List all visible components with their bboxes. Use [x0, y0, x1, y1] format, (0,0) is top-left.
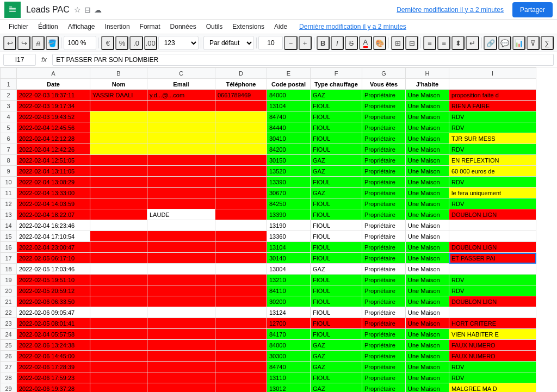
table-cell[interactable]: 2022-02-06 13:24:38 [17, 340, 90, 351]
table-cell[interactable]: 13104 [267, 242, 311, 253]
wrap-button[interactable]: ↵ [466, 36, 479, 50]
table-cell[interactable]: MALGREE MA D [449, 383, 536, 393]
table-cell[interactable] [90, 188, 147, 198]
valign-button[interactable]: ⬍ [451, 36, 465, 50]
font-size-input[interactable] [258, 36, 283, 50]
table-cell[interactable]: 13012 [267, 383, 311, 393]
format-select[interactable]: 123 [158, 36, 199, 50]
table-cell[interactable]: FIOUL [311, 275, 362, 285]
table-cell[interactable]: RDV [449, 285, 536, 296]
table-cell[interactable]: Une Maison [406, 166, 449, 177]
table-cell[interactable]: Propriétaire [362, 188, 406, 198]
table-cell[interactable]: 2022-02-04 17:10:54 [17, 231, 90, 242]
paint-format-button[interactable]: 🪣 [46, 36, 59, 50]
zoom-select[interactable] [64, 36, 96, 50]
menu-insertion[interactable]: Insertion [101, 22, 134, 32]
table-cell[interactable] [147, 101, 215, 111]
table-cell[interactable] [147, 133, 215, 144]
table-cell[interactable]: Une Maison [406, 133, 449, 144]
table-cell[interactable]: Propriétaire [362, 90, 406, 101]
table-cell[interactable] [90, 122, 147, 133]
table-cell[interactable]: 2022-02-04 13:33:00 [17, 188, 90, 198]
table-cell[interactable]: FIOUL [311, 111, 362, 122]
table-cell[interactable]: RDV [449, 144, 536, 155]
align-center[interactable]: ≡ [437, 36, 450, 50]
table-cell[interactable] [147, 383, 215, 393]
table-cell[interactable]: GAZ [311, 155, 362, 166]
col-header-G[interactable]: G [362, 68, 406, 79]
table-cell[interactable] [147, 362, 215, 372]
table-cell[interactable]: 2022-02-06 17:28:39 [17, 362, 90, 372]
table-cell[interactable]: Une Maison [406, 340, 449, 351]
table-cell[interactable] [449, 220, 536, 231]
table-cell[interactable]: Une Maison [406, 264, 449, 275]
table-cell[interactable]: GAZ [311, 166, 362, 177]
table-cell[interactable] [215, 231, 267, 242]
table-cell[interactable]: 84440 [267, 122, 311, 133]
table-cell[interactable]: FIOUL [311, 209, 362, 220]
table-cell[interactable]: Une Maison [406, 220, 449, 231]
table-cell[interactable]: YASSIR DAALI [90, 90, 147, 101]
table-cell[interactable]: 2022-02-05 06:17:10 [17, 253, 90, 264]
comment-button[interactable]: 💬 [498, 36, 511, 50]
table-cell[interactable]: DOUBLON LIGN [449, 296, 536, 307]
header-type[interactable]: Type chauffage [311, 79, 362, 90]
table-cell[interactable]: 2022-02-04 23:00:47 [17, 242, 90, 253]
merge-button[interactable]: ⊟ [405, 36, 418, 50]
table-cell[interactable]: Une Maison [406, 209, 449, 220]
font-color-button[interactable]: A [359, 36, 372, 50]
percent-button[interactable]: % [115, 36, 128, 50]
table-cell[interactable]: Propriétaire [362, 351, 406, 362]
decimal2-button[interactable]: .00 [144, 36, 157, 50]
table-cell[interactable]: Propriétaire [362, 133, 406, 144]
table-cell[interactable]: Une Maison [406, 372, 449, 383]
table-cell[interactable] [147, 285, 215, 296]
table-cell[interactable]: 84250 [267, 198, 311, 209]
table-cell[interactable]: ET PASSER PAI [449, 253, 536, 264]
table-cell[interactable] [147, 220, 215, 231]
table-cell[interactable] [147, 122, 215, 133]
table-cell[interactable]: Propriétaire [362, 340, 406, 351]
table-cell[interactable] [147, 177, 215, 188]
link-button[interactable]: 🔗 [484, 36, 497, 50]
table-cell[interactable]: GAZ [311, 340, 362, 351]
table-cell[interactable]: Une Maison [406, 329, 449, 340]
table-cell[interactable]: 13520 [267, 166, 311, 177]
table-cell[interactable]: Une Maison [406, 253, 449, 264]
table-cell[interactable]: Une Maison [406, 242, 449, 253]
table-cell[interactable]: 13124 [267, 307, 311, 318]
table-cell[interactable] [215, 122, 267, 133]
table-cell[interactable]: RDV [449, 372, 536, 383]
table-cell[interactable]: 30150 [267, 155, 311, 166]
table-cell[interactable] [90, 133, 147, 144]
decimal-button[interactable]: .0 [129, 36, 143, 50]
table-cell[interactable]: Propriétaire [362, 209, 406, 220]
table-cell[interactable] [90, 351, 147, 362]
table-cell[interactable]: proposition faite d [449, 90, 536, 101]
table-cell[interactable]: Propriétaire [362, 307, 406, 318]
table-cell[interactable]: 30200 [267, 296, 311, 307]
table-cell[interactable] [90, 285, 147, 296]
table-cell[interactable] [215, 275, 267, 285]
document-title[interactable]: Leads PAC [26, 5, 70, 15]
col-header-A[interactable]: A [17, 68, 90, 79]
col-header-C[interactable]: C [147, 68, 215, 79]
header-tel[interactable]: Téléphone [215, 79, 267, 90]
menu-format[interactable]: Format [135, 22, 165, 32]
table-cell[interactable]: RDV [449, 111, 536, 122]
table-cell[interactable] [90, 362, 147, 372]
table-cell[interactable] [90, 253, 147, 264]
table-cell[interactable]: 2022-02-05 19:51:10 [17, 275, 90, 285]
font-size-up[interactable]: + [299, 36, 312, 50]
table-cell[interactable]: 84170 [267, 329, 311, 340]
table-cell[interactable]: Une Maison [406, 188, 449, 198]
table-cell[interactable] [215, 351, 267, 362]
col-header-H[interactable]: H [406, 68, 449, 79]
table-cell[interactable]: Une Maison [406, 231, 449, 242]
table-cell[interactable]: 84200 [267, 144, 311, 155]
table-cell[interactable] [215, 340, 267, 351]
table-cell[interactable]: 2022-02-06 09:05:47 [17, 307, 90, 318]
table-cell[interactable]: Une Maison [406, 90, 449, 101]
redo-button[interactable]: ↪ [17, 36, 30, 50]
table-cell[interactable]: RDV [449, 198, 536, 209]
